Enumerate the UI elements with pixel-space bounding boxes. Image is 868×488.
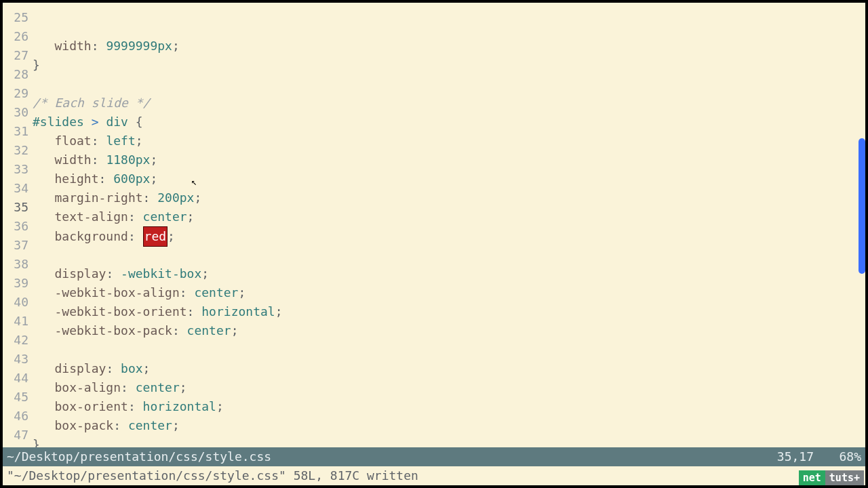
line-number: 39	[3, 274, 33, 293]
line-number: 27	[3, 46, 33, 65]
code-line[interactable]: /* Each slide */	[33, 94, 865, 113]
code-line[interactable]: -webkit-box-align: center;	[33, 283, 865, 302]
code-line[interactable]: display: -webkit-box;	[33, 264, 865, 283]
code-area[interactable]: 2526272829303132333435363738394041424344…	[3, 3, 865, 447]
line-number: 34	[3, 179, 33, 198]
line-number: 31	[3, 122, 33, 141]
message-bar: "~/Desktop/presentation/css/style.css" 5…	[3, 466, 865, 485]
code-line[interactable]: }	[33, 56, 865, 75]
watermark-logo: net tuts+	[799, 470, 864, 485]
line-number-gutter: 2526272829303132333435363738394041424344…	[3, 3, 33, 447]
line-number: 26	[3, 27, 33, 46]
code-line[interactable]: #slides > div {	[33, 113, 865, 131]
code-line[interactable]: -webkit-box-orient: horizontal;	[33, 302, 865, 321]
code-line[interactable]: display: box;	[33, 359, 865, 378]
status-scroll-pct: 68%	[814, 447, 861, 466]
status-cursor-pos: 35,17	[719, 447, 814, 466]
line-number: 30	[3, 103, 33, 122]
code-line[interactable]: }	[33, 435, 865, 447]
line-number: 42	[3, 331, 33, 350]
line-number: 38	[3, 255, 33, 274]
line-number: 29	[3, 84, 33, 103]
code-content[interactable]: width: 9999999px;}/* Each slide */#slide…	[33, 3, 865, 447]
line-number: 43	[3, 350, 33, 369]
line-number: 46	[3, 407, 33, 426]
line-number: 45	[3, 388, 33, 407]
code-line[interactable]	[33, 75, 865, 94]
code-line[interactable]: width: 9999999px;	[33, 37, 865, 56]
line-number: 37	[3, 236, 33, 255]
scrollbar-thumb[interactable]	[859, 138, 865, 274]
code-line[interactable]: height: 600px;	[33, 169, 865, 188]
code-line[interactable]: text-align: center;	[33, 207, 865, 226]
status-bar: ~/Desktop/presentation/css/style.css 35,…	[3, 447, 865, 466]
code-line[interactable]: margin-right: 200px;	[33, 188, 865, 207]
watermark-net: net	[799, 470, 825, 485]
code-line[interactable]: box-align: center;	[33, 378, 865, 397]
watermark-tuts: tuts+	[825, 470, 864, 485]
code-line[interactable]	[33, 245, 865, 264]
code-line[interactable]: float: left;	[33, 131, 865, 150]
line-number: 32	[3, 141, 33, 160]
code-line[interactable]: box-orient: horizontal;	[33, 397, 865, 416]
code-line[interactable]	[33, 340, 865, 359]
line-number: 28	[3, 65, 33, 84]
line-number: 25	[3, 8, 33, 27]
line-number: 41	[3, 312, 33, 331]
line-number: 36	[3, 217, 33, 236]
line-number: 40	[3, 293, 33, 312]
line-number: 33	[3, 160, 33, 179]
code-line[interactable]: box-pack: center;	[33, 416, 865, 435]
code-line[interactable]: background: red;	[33, 226, 865, 245]
code-line[interactable]: -webkit-box-pack: center;	[33, 321, 865, 340]
editor-window: 2526272829303132333435363738394041424344…	[3, 3, 865, 485]
line-number: 35	[3, 198, 33, 217]
code-line[interactable]: width: 1180px;	[33, 150, 865, 169]
line-number: 47	[3, 426, 33, 445]
visual-selection: red	[143, 226, 168, 247]
status-filepath: ~/Desktop/presentation/css/style.css	[7, 447, 719, 466]
line-number: 44	[3, 369, 33, 388]
